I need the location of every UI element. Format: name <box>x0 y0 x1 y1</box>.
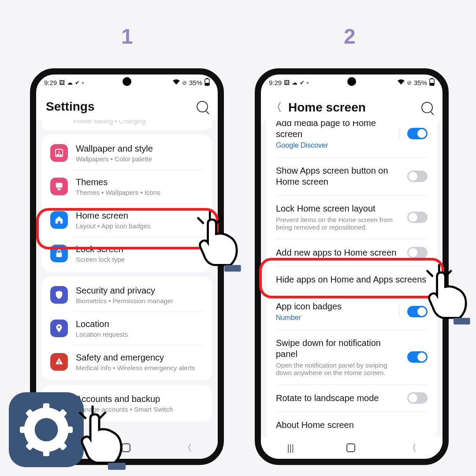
back-button[interactable]: 〈 <box>183 442 192 454</box>
row-title: Safety and emergency <box>76 352 204 363</box>
toggle-switch[interactable] <box>407 212 428 223</box>
row-title: Themes <box>76 177 204 188</box>
row-title: Security and privacy <box>76 285 204 296</box>
divider <box>399 128 399 139</box>
svg-rect-19 <box>63 427 73 433</box>
more-dot-icon <box>307 82 309 84</box>
settings-row-safety-and-emergency[interactable]: Safety and emergencyMedical info • Wirel… <box>41 345 212 379</box>
homescreen-settings-scroll[interactable]: Add media page to Home screenGoogle Disc… <box>261 121 443 453</box>
toggle-switch[interactable] <box>407 171 428 182</box>
row-title: Home screen <box>76 210 204 221</box>
svg-rect-7 <box>56 253 62 257</box>
android-nav-bar: ||| 〈 <box>261 437 443 459</box>
settings-app-icon[interactable] <box>9 392 84 467</box>
svg-rect-10 <box>59 363 60 364</box>
status-time: 9:29 <box>269 79 282 86</box>
row-subtitle: Biometrics • Permission manager <box>76 297 204 305</box>
page-title: Settings <box>46 100 190 114</box>
back-button[interactable]: 〈 <box>408 442 416 454</box>
row-subtitle: Wallpapers • Color palette <box>76 155 204 163</box>
no-data-icon: ⊘ <box>182 79 187 86</box>
svg-point-8 <box>58 326 60 328</box>
svg-rect-29 <box>224 265 241 271</box>
battery-text: 35% <box>414 79 427 86</box>
svg-rect-5 <box>56 183 63 188</box>
svg-rect-6 <box>57 189 60 190</box>
home-button[interactable] <box>122 443 130 452</box>
check-icon: ✔ <box>75 79 80 86</box>
toggle-switch[interactable] <box>407 247 428 258</box>
settings-row-location[interactable]: LocationLocation requests <box>41 312 212 345</box>
toggle-switch[interactable] <box>407 128 428 139</box>
step-number-1: 1 <box>121 24 133 48</box>
toggle-switch[interactable] <box>407 392 428 404</box>
option-title: Hide apps on Home and Apps screens <box>276 274 428 285</box>
lock-icon <box>50 245 68 262</box>
option-row-add-media-page-to-home-screen[interactable]: Add media page to Home screenGoogle Disc… <box>266 121 437 157</box>
camera-punch-hole <box>123 77 131 86</box>
row-subtitle: Layout • App icon badges <box>76 222 204 230</box>
back-chevron-icon[interactable]: 〈 <box>271 100 282 115</box>
row-subtitle: Manage accounts • Smart Switch <box>76 405 204 413</box>
divider <box>399 306 399 317</box>
home-button[interactable] <box>346 443 355 452</box>
home-icon <box>50 211 68 229</box>
option-row-add-new-apps-to-home-screen[interactable]: Add new apps to Home screen <box>266 239 437 266</box>
wallpaper-icon <box>50 144 68 162</box>
row-title: Lock screen <box>76 244 204 255</box>
svg-rect-33 <box>454 318 470 324</box>
settings-row-wallpaper-and-style[interactable]: Wallpaper and styleWallpapers • Color pa… <box>41 136 212 170</box>
option-title: Add media page to Home screen <box>276 121 393 140</box>
option-row-app-icon-badges[interactable]: App icon badgesNumber <box>266 293 437 330</box>
battery-icon <box>205 78 210 87</box>
wifi-icon <box>398 79 405 86</box>
location-icon <box>50 320 68 337</box>
page-title: Home screen <box>288 100 415 115</box>
settings-row-home-screen[interactable]: Home screenLayout • App icon badges <box>41 203 212 237</box>
row-subtitle: Screen lock type <box>76 256 204 263</box>
row-title: Accounts and backup <box>76 394 204 405</box>
battery-icon <box>429 78 435 87</box>
option-row-rotate-to-landscape-mode[interactable]: Rotate to landscape mode <box>266 384 437 412</box>
search-icon[interactable] <box>421 102 433 113</box>
settings-row-lock-screen[interactable]: Lock screenScreen lock type <box>41 237 212 270</box>
toggle-switch[interactable] <box>407 351 428 363</box>
cloud-icon: ☁ <box>67 79 73 86</box>
settings-row-security-and-privacy[interactable]: Security and privacyBiometrics • Permiss… <box>41 278 212 312</box>
svg-rect-18 <box>20 427 30 433</box>
wifi-icon <box>173 79 180 86</box>
svg-rect-14 <box>430 83 434 86</box>
svg-rect-16 <box>43 403 49 413</box>
battery-text: 35% <box>189 79 202 86</box>
option-row-about-home-screen[interactable]: About Home screen <box>266 412 437 439</box>
svg-rect-9 <box>59 361 60 363</box>
themes-icon <box>50 178 68 195</box>
option-title: Swipe down for notification panel <box>276 338 401 360</box>
recents-button[interactable]: ||| <box>287 443 294 453</box>
option-link[interactable]: Number <box>276 314 393 322</box>
svg-rect-2 <box>205 83 209 86</box>
step-number-2: 2 <box>344 24 356 48</box>
option-title: About Home screen <box>276 420 428 431</box>
safety-icon <box>50 353 68 371</box>
svg-rect-1 <box>206 78 208 79</box>
toggle-switch[interactable] <box>407 306 428 317</box>
row-title: Wallpaper and style <box>76 143 204 154</box>
cloud-icon: ☁ <box>292 79 298 86</box>
option-row-show-apps-screen-button-on-home-scr[interactable]: Show Apps screen button on Home screen <box>266 157 437 195</box>
image-icon: 🖼 <box>59 79 65 86</box>
no-data-icon: ⊘ <box>407 79 412 86</box>
option-subtitle: Prevent items on the Home screen from be… <box>276 216 401 231</box>
check-icon: ✔ <box>300 79 305 86</box>
option-link[interactable]: Google Discover <box>276 141 393 149</box>
search-icon[interactable] <box>197 101 208 112</box>
truncated-row: Power saving • Charging <box>41 120 212 128</box>
row-title: Location <box>76 319 204 330</box>
svg-rect-13 <box>431 78 433 79</box>
option-title: Lock Home screen layout <box>276 203 401 214</box>
option-row-lock-home-screen-layout[interactable]: Lock Home screen layoutPrevent items on … <box>266 195 437 239</box>
settings-row-themes[interactable]: ThemesThemes • Wallpapers • Icons <box>41 170 212 203</box>
option-row-hide-apps-on-home-and-apps-screens[interactable]: Hide apps on Home and Apps screens <box>266 266 437 293</box>
option-title: Add new apps to Home screen <box>276 247 401 258</box>
option-row-swipe-down-for-notification-panel[interactable]: Swipe down for notification panelOpen th… <box>266 330 437 384</box>
